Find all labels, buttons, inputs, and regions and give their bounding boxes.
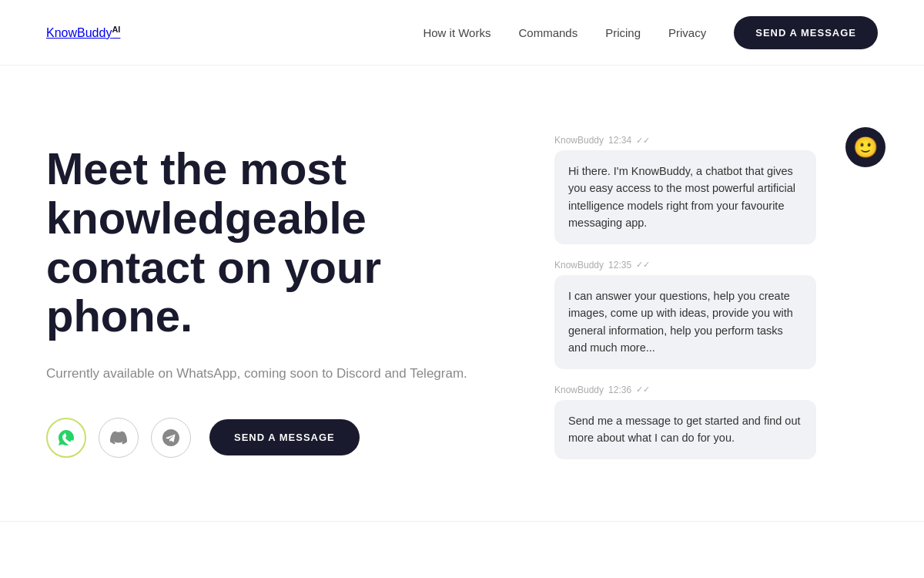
chat-check-2: ✓✓ xyxy=(636,260,650,270)
discord-button[interactable] xyxy=(99,418,139,458)
chat-bubble-3: Send me a message to get started and fin… xyxy=(554,400,816,459)
hero-section: Meet the most knowledgeable contact on y… xyxy=(0,66,924,521)
nav-send-message-button[interactable]: SEND A MESSAGE xyxy=(734,16,878,49)
footer-divider xyxy=(0,521,924,522)
chat-time-1: 12:34 xyxy=(608,135,631,146)
chat-check-3: ✓✓ xyxy=(636,385,650,395)
chat-meta-3: KnowBuddy 12:36 ✓✓ xyxy=(554,385,878,395)
telegram-icon xyxy=(162,429,179,446)
nav-how-it-works[interactable]: How it Works xyxy=(423,26,490,39)
hero-left: Meet the most knowledgeable contact on y… xyxy=(46,144,508,458)
chat-sender-1: KnowBuddy xyxy=(554,135,604,146)
chat-time-2: 12:35 xyxy=(608,260,631,271)
whatsapp-button[interactable] xyxy=(46,418,86,458)
chat-check-1: ✓✓ xyxy=(636,136,650,146)
nav-links: How it Works Commands Pricing Privacy SE… xyxy=(423,16,878,49)
nav-privacy[interactable]: Privacy xyxy=(668,26,706,39)
nav-commands[interactable]: Commands xyxy=(518,26,578,39)
chat-message-2: KnowBuddy 12:35 ✓✓ I can answer your que… xyxy=(554,260,878,369)
chat-meta-2: KnowBuddy 12:35 ✓✓ xyxy=(554,260,878,271)
avatar-emoji: 🙂 xyxy=(853,136,878,160)
chat-bubble-1: Hi there. I'm KnowBuddy, a chatbot that … xyxy=(554,150,816,244)
navbar: KnowBuddyAI How it Works Commands Pricin… xyxy=(0,0,924,66)
hero-actions: SEND A MESSAGE xyxy=(46,418,508,458)
chat-panel: 🙂 KnowBuddy 12:34 ✓✓ Hi there. I'm KnowB… xyxy=(554,127,878,475)
chat-meta-1: KnowBuddy 12:34 ✓✓ xyxy=(554,135,878,146)
chat-sender-3: KnowBuddy xyxy=(554,385,604,395)
logo[interactable]: KnowBuddyAI xyxy=(46,25,120,40)
hero-title: Meet the most knowledgeable contact on y… xyxy=(46,144,508,341)
hero-send-message-button[interactable]: SEND A MESSAGE xyxy=(209,419,360,455)
logo-text: KnowBuddy xyxy=(46,26,112,39)
logo-ai: AI xyxy=(112,25,120,34)
telegram-button[interactable] xyxy=(151,418,191,458)
chat-bubble-2: I can answer your questions, help you cr… xyxy=(554,275,816,369)
chat-message-3: KnowBuddy 12:36 ✓✓ Send me a message to … xyxy=(554,385,878,459)
nav-pricing[interactable]: Pricing xyxy=(605,26,641,39)
chat-sender-2: KnowBuddy xyxy=(554,260,604,271)
hero-subtitle: Currently available on WhatsApp, coming … xyxy=(46,364,508,384)
chat-avatar: 🙂 xyxy=(845,127,886,167)
chat-message-1: KnowBuddy 12:34 ✓✓ Hi there. I'm KnowBud… xyxy=(554,135,878,244)
chat-time-3: 12:36 xyxy=(608,385,631,395)
whatsapp-icon xyxy=(57,428,75,447)
discord-icon xyxy=(110,429,127,446)
